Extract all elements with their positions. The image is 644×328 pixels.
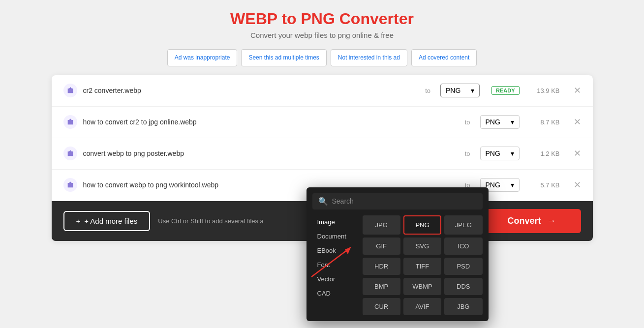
table-row: how to convert cr2 to jpg online.webp to…	[52, 107, 593, 138]
file-list: cr2 converter.webp to PNG ▾ READY 13.9 K…	[52, 75, 593, 201]
format-btn-wbmp[interactable]: WBMP	[403, 278, 441, 295]
status-badge-0: READY	[491, 86, 520, 95]
category-item-ebook[interactable]: EBook	[312, 244, 357, 257]
category-list: Image Document EBook Font Vector CAD	[312, 215, 357, 315]
ad-feedback-btn-1[interactable]: Seen this ad multiple times	[241, 49, 326, 66]
format-btn-cur[interactable]: CUR	[363, 298, 400, 315]
format-btn-psd[interactable]: PSD	[444, 258, 482, 275]
file-name-0: cr2 converter.webp	[83, 87, 420, 94]
file-icon	[63, 178, 77, 192]
chevron-down-icon: ▾	[511, 118, 514, 126]
chevron-down-icon: ▾	[471, 87, 474, 94]
plus-icon: +	[76, 217, 81, 225]
to-label-0: to	[425, 87, 430, 94]
page-wrapper: WEBP to PNG Converter Convert your webp …	[0, 0, 644, 328]
chevron-down-icon: ▾	[511, 149, 514, 157]
format-btn-ico[interactable]: ICO	[444, 238, 482, 255]
file-icon	[63, 147, 77, 160]
add-files-button[interactable]: + + Add more files	[63, 211, 151, 231]
dropdown-search-bar[interactable]: 🔍	[312, 193, 483, 209]
file-size-2: 1.2 KB	[525, 150, 560, 157]
close-button-0[interactable]: ✕	[574, 86, 581, 95]
category-item-document[interactable]: Document	[312, 230, 357, 243]
category-item-image[interactable]: Image	[312, 215, 357, 229]
chevron-down-icon: ▾	[511, 181, 514, 189]
format-btn-png[interactable]: PNG	[403, 215, 441, 235]
converter-box: cr2 converter.webp to PNG ▾ READY 13.9 K…	[52, 75, 593, 241]
format-btn-tiff[interactable]: TIFF	[403, 258, 441, 275]
header: WEBP to PNG Converter Convert your webp …	[230, 10, 414, 39]
close-button-1[interactable]: ✕	[574, 118, 581, 126]
to-label-2: to	[465, 150, 470, 157]
selected-format-2: PNG	[486, 149, 500, 157]
category-item-cad[interactable]: CAD	[312, 287, 357, 300]
page-subtitle: Convert your webp files to png online & …	[230, 31, 414, 39]
format-btn-avif[interactable]: AVIF	[403, 298, 441, 315]
format-btn-gif[interactable]: GIF	[363, 238, 400, 255]
table-row: convert webp to png poster.webp to PNG ▾…	[52, 138, 593, 170]
format-btn-svg[interactable]: SVG	[403, 238, 441, 255]
format-grid: JPG PNG JPEG GIF SVG ICO HDR TIFF PSD BM…	[363, 215, 483, 315]
ad-feedback-btn-0[interactable]: Ad was inappropriate	[167, 49, 238, 66]
file-icon	[63, 84, 77, 97]
file-name-1: how to convert cr2 to jpg online.webp	[83, 118, 459, 126]
to-label-1: to	[465, 119, 470, 126]
file-icon	[63, 115, 77, 129]
table-row: cr2 converter.webp to PNG ▾ READY 13.9 K…	[52, 75, 593, 107]
close-button-2[interactable]: ✕	[574, 149, 581, 158]
selected-format-1: PNG	[486, 118, 500, 126]
category-item-font[interactable]: Font	[312, 258, 357, 271]
format-btn-hdr[interactable]: HDR	[363, 258, 400, 275]
ad-feedback-btn-2[interactable]: Not interested in this ad	[331, 49, 407, 66]
search-icon: 🔍	[318, 197, 328, 206]
format-select-1[interactable]: PNG ▾	[480, 115, 520, 129]
arrow-right-icon: →	[547, 216, 556, 226]
add-files-label: + Add more files	[84, 217, 137, 225]
file-size-1: 8.7 KB	[525, 119, 560, 126]
ad-feedback-bar: Ad was inappropriate Seen this ad multip…	[167, 49, 477, 66]
file-name-2: convert webp to png poster.webp	[83, 149, 459, 157]
file-size-0: 13.9 KB	[525, 87, 560, 94]
page-title: WEBP to PNG Converter	[230, 10, 414, 28]
selected-format-0: PNG	[446, 87, 460, 94]
file-size-3: 5.7 KB	[525, 181, 560, 189]
format-btn-dds[interactable]: DDS	[444, 278, 482, 295]
category-item-vector[interactable]: Vector	[312, 272, 357, 286]
dropdown-body: Image Document EBook Font Vector CAD JPG…	[312, 215, 483, 315]
format-btn-jpeg[interactable]: JPEG	[444, 215, 482, 235]
format-btn-jbg[interactable]: JBG	[444, 298, 482, 315]
format-btn-bmp[interactable]: BMP	[363, 278, 400, 295]
format-dropdown: 🔍 Image Document EBook Font Vector CAD J…	[307, 187, 489, 321]
convert-button[interactable]: Convert →	[483, 209, 581, 233]
format-select-0[interactable]: PNG ▾	[440, 84, 480, 97]
format-select-2[interactable]: PNG ▾	[480, 147, 520, 160]
convert-label: Convert	[507, 216, 541, 226]
search-input[interactable]	[332, 197, 477, 205]
ad-feedback-btn-3[interactable]: Ad covered content	[411, 49, 477, 66]
format-btn-jpg[interactable]: JPG	[363, 215, 400, 235]
close-button-3[interactable]: ✕	[574, 180, 581, 189]
